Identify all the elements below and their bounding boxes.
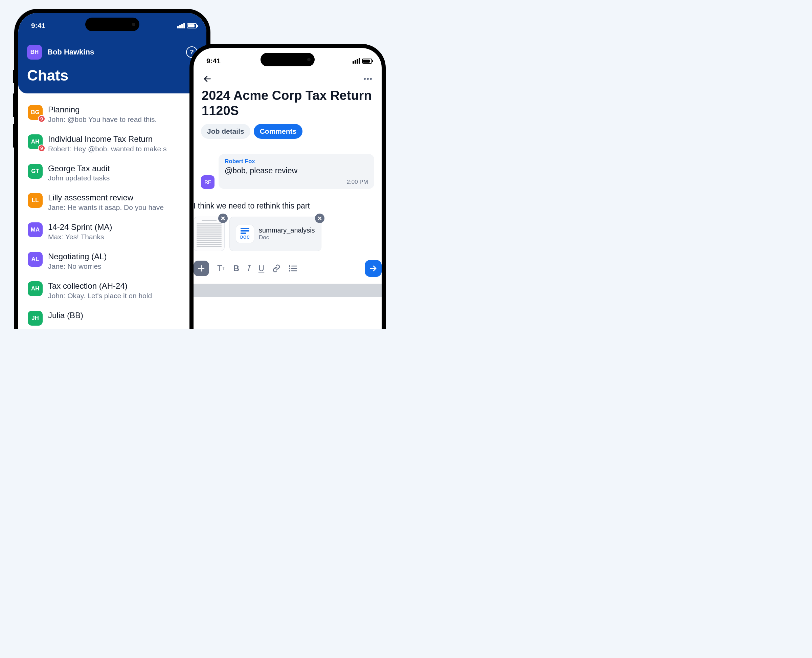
- chat-title: Tax collection (AH-24): [48, 281, 204, 291]
- chat-title: Negotiating (AL): [48, 252, 204, 262]
- italic-button[interactable]: I: [247, 263, 250, 274]
- composer-input[interactable]: I think we need to rethink this part: [194, 201, 382, 210]
- avatar-initials: AH: [31, 285, 39, 292]
- bold-button[interactable]: B: [233, 264, 239, 273]
- avatar-initials: BG: [31, 109, 39, 116]
- text-size-icon: T: [217, 264, 222, 273]
- chat-avatar: AH: [28, 281, 43, 296]
- status-time: 9:41: [207, 57, 221, 65]
- current-user-avatar: BH: [27, 45, 42, 60]
- screen-thread: 9:41 2024 Acme Corp Tax Return 1120S Job…: [194, 48, 382, 329]
- svg-point-13: [289, 266, 290, 266]
- chat-preview: Jane: No worries: [48, 262, 204, 271]
- notch: [85, 17, 139, 31]
- chat-preview: Robert: Hey @bob. wanted to make s: [48, 145, 204, 153]
- avatar-initials: MA: [31, 226, 39, 233]
- list-icon: [289, 265, 297, 272]
- chat-list[interactable]: BG9PlanningJohn: @bob You have to read t…: [18, 93, 207, 329]
- chat-item[interactable]: AHTax collection (AH-24)John: Okay. Let'…: [24, 278, 207, 303]
- tabs: Job details Comments: [201, 124, 374, 145]
- text-size-button[interactable]: TT: [217, 264, 225, 273]
- comment-author: Robert Fox: [225, 158, 368, 165]
- phone-thread: 9:41 2024 Acme Corp Tax Return 1120S Job…: [189, 44, 386, 329]
- comment-time: 2:00 PM: [225, 179, 368, 185]
- thread-title: 2024 Acme Corp Tax Return 1120S: [201, 86, 374, 124]
- link-button[interactable]: [272, 264, 280, 273]
- chat-avatar: AH9: [28, 135, 43, 149]
- composer-toolbar: TT B I U: [194, 260, 382, 280]
- notch: [261, 53, 314, 66]
- chat-item[interactable]: ALNegotiating (AL)Jane: No worries: [24, 248, 207, 274]
- close-icon: [318, 216, 322, 220]
- chat-title: Julia (BB): [48, 311, 204, 321]
- avatar-initials: AH: [31, 138, 39, 145]
- chat-title: Individual Income Tax Return: [48, 135, 204, 144]
- chat-title: 14-24 Sprint (MA): [48, 222, 204, 232]
- tab-comments[interactable]: Comments: [254, 124, 303, 139]
- status-time: 9:41: [31, 22, 45, 30]
- unread-badge: 9: [38, 144, 45, 152]
- chat-item[interactable]: MA14-24 Sprint (MA)Max: Yes! Thanks: [24, 219, 207, 244]
- avatar-initials: AL: [31, 256, 39, 263]
- current-user-row[interactable]: BH Bob Hawkins ?: [18, 33, 207, 62]
- close-icon: [221, 216, 225, 220]
- avatar-initials: BH: [30, 49, 39, 55]
- chat-avatar: BG9: [28, 105, 43, 120]
- composer: I think we need to rethink this part: [194, 195, 382, 280]
- svg-point-3: [370, 78, 372, 80]
- screen-chats: 9:41 BH Bob Hawkins ? Chats BG9PlanningJ…: [18, 13, 207, 329]
- chat-item[interactable]: BG9PlanningJohn: @bob You have to read t…: [24, 102, 207, 127]
- add-attachment-button[interactable]: [194, 261, 209, 276]
- chat-preview: John: @bob You have to read this.: [48, 116, 204, 124]
- more-horizontal-icon: [363, 77, 372, 80]
- more-button[interactable]: [363, 77, 372, 80]
- tab-job-details[interactable]: Job details: [201, 124, 250, 139]
- battery-icon: [362, 58, 372, 64]
- chat-avatar: LL: [28, 193, 43, 208]
- keyboard-hint: [194, 284, 382, 297]
- chat-avatar: AL: [28, 252, 43, 267]
- comment-avatar: RF: [201, 175, 214, 189]
- avatar-initials: RF: [204, 179, 211, 185]
- signal-icon: [352, 58, 360, 64]
- arrow-left-icon: [203, 74, 212, 83]
- phone-chats: 9:41 BH Bob Hawkins ? Chats BG9PlanningJ…: [14, 9, 210, 329]
- list-button[interactable]: [289, 265, 297, 272]
- unread-badge: 9: [38, 115, 45, 122]
- chat-preview: John: Okay. Let's place it on hold: [48, 292, 204, 300]
- remove-attachment-button[interactable]: [218, 213, 228, 223]
- comment-row: RF Robert Fox @bob, please review 2:00 P…: [201, 145, 374, 195]
- attachment-image[interactable]: [194, 217, 225, 251]
- chat-title: George Tax audit: [48, 164, 204, 174]
- underline-button[interactable]: U: [258, 264, 264, 273]
- attachment-file[interactable]: DOC summary_analysis Doc: [229, 217, 321, 251]
- chat-item[interactable]: GTGeorge Tax auditJohn updated tasks: [24, 160, 207, 186]
- chat-title: Lilly assessment review: [48, 193, 204, 203]
- send-button[interactable]: [365, 260, 382, 277]
- chat-item[interactable]: LLLilly assessment reviewJane: He wants …: [24, 190, 207, 215]
- comment-bubble[interactable]: Robert Fox @bob, please review 2:00 PM: [219, 154, 374, 189]
- avatar-initials: JH: [31, 315, 39, 321]
- plus-icon: [197, 265, 205, 272]
- avatar-initials: GT: [31, 168, 39, 175]
- svg-point-2: [367, 78, 369, 80]
- chat-preview: John updated tasks: [48, 174, 204, 182]
- current-user-name: Bob Hawkins: [47, 48, 181, 56]
- bold-icon: B: [233, 264, 239, 273]
- avatar-initials: LL: [32, 197, 39, 204]
- chat-preview: Jane: He wants it asap. Do you have: [48, 204, 204, 212]
- back-button[interactable]: [203, 74, 212, 83]
- attachment-filetype: Doc: [259, 234, 315, 241]
- chat-item[interactable]: JHJulia (BB): [24, 307, 207, 329]
- signal-icon: [177, 23, 185, 28]
- svg-point-15: [289, 271, 290, 271]
- remove-attachment-button[interactable]: [315, 213, 324, 223]
- chat-avatar: MA: [28, 222, 43, 237]
- chat-item[interactable]: AH9Individual Income Tax ReturnRobert: H…: [24, 131, 207, 157]
- link-icon: [272, 264, 280, 273]
- italic-icon: I: [247, 263, 250, 274]
- svg-point-14: [289, 268, 290, 269]
- svg-point-1: [364, 78, 366, 80]
- chat-avatar: JH: [28, 311, 43, 326]
- underline-icon: U: [258, 264, 264, 273]
